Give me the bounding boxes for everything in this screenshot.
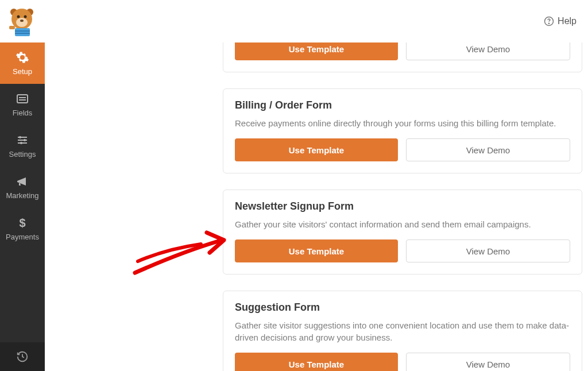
svg-point-12	[548, 23, 549, 24]
dollar-icon: $	[16, 216, 29, 230]
template-list: Use Template View Demo Billing / Order F…	[45, 42, 588, 371]
template-description: Receive payments online directly through…	[235, 117, 570, 129]
use-template-button[interactable]: Use Template	[235, 353, 398, 371]
sidebar-item-fields[interactable]: Fields	[0, 84, 45, 125]
svg-point-5	[24, 16, 27, 18]
help-link[interactable]: Help	[544, 16, 577, 26]
template-title: Newsletter Signup Form	[235, 200, 570, 212]
list-icon	[16, 92, 29, 106]
app-header: Help	[0, 0, 588, 42]
sidebar-item-label: Payments	[6, 233, 39, 241]
svg-rect-8	[15, 30, 30, 32]
template-title: Billing / Order Form	[235, 99, 570, 111]
sidebar-item-payments[interactable]: $ Payments	[0, 208, 45, 249]
sidebar-history-button[interactable]	[0, 342, 45, 371]
card-actions: Use Template View Demo	[235, 353, 570, 371]
card-actions: Use Template View Demo	[235, 138, 570, 161]
use-template-button[interactable]: Use Template	[235, 239, 398, 262]
history-icon	[16, 350, 29, 363]
view-demo-button[interactable]: View Demo	[406, 42, 570, 60]
sidebar-item-setup[interactable]: Setup	[0, 42, 45, 84]
svg-point-21	[20, 142, 22, 144]
help-icon	[544, 16, 554, 26]
help-label: Help	[558, 16, 577, 26]
template-description: Gather site visitor suggestions into one…	[235, 319, 570, 343]
svg-rect-9	[15, 33, 30, 34]
view-demo-button[interactable]: View Demo	[406, 239, 570, 262]
card-actions: Use Template View Demo	[235, 239, 570, 262]
svg-point-20	[24, 139, 26, 141]
svg-rect-10	[9, 26, 15, 29]
template-title: Suggestion Form	[235, 302, 570, 314]
sliders-icon	[16, 133, 29, 147]
card-actions: Use Template View Demo	[235, 42, 570, 60]
svg-text:$: $	[19, 217, 25, 229]
view-demo-button[interactable]: View Demo	[406, 353, 570, 371]
sidebar-nav: Setup Fields Settings Marketing $ Paymen…	[0, 42, 45, 371]
svg-rect-13	[17, 95, 28, 103]
use-template-button[interactable]: Use Template	[235, 42, 398, 60]
svg-point-19	[19, 136, 21, 138]
sidebar-item-label: Settings	[9, 150, 36, 159]
megaphone-icon	[16, 175, 29, 188]
svg-point-4	[17, 16, 20, 18]
template-card: Use Template View Demo	[223, 42, 582, 72]
template-card-billing: Billing / Order Form Receive payments on…	[223, 88, 582, 173]
gear-icon	[16, 51, 29, 64]
bear-logo-icon	[6, 5, 38, 37]
sidebar-item-settings[interactable]: Settings	[0, 125, 45, 167]
template-card-suggestion: Suggestion Form Gather site visitor sugg…	[223, 291, 582, 371]
svg-point-6	[20, 20, 24, 22]
template-card-newsletter: Newsletter Signup Form Gather your site …	[223, 190, 582, 275]
sidebar-item-label: Setup	[13, 67, 32, 76]
use-template-button[interactable]: Use Template	[235, 138, 398, 161]
app-logo	[6, 5, 38, 37]
sidebar-spacer	[0, 249, 45, 342]
template-description: Gather your site visitors' contact infor…	[235, 218, 570, 230]
sidebar-item-label: Fields	[13, 109, 33, 117]
svg-point-3	[16, 18, 28, 27]
svg-rect-7	[15, 28, 30, 36]
sidebar-item-marketing[interactable]: Marketing	[0, 167, 45, 208]
sidebar-item-label: Marketing	[6, 191, 38, 200]
view-demo-button[interactable]: View Demo	[406, 138, 570, 161]
